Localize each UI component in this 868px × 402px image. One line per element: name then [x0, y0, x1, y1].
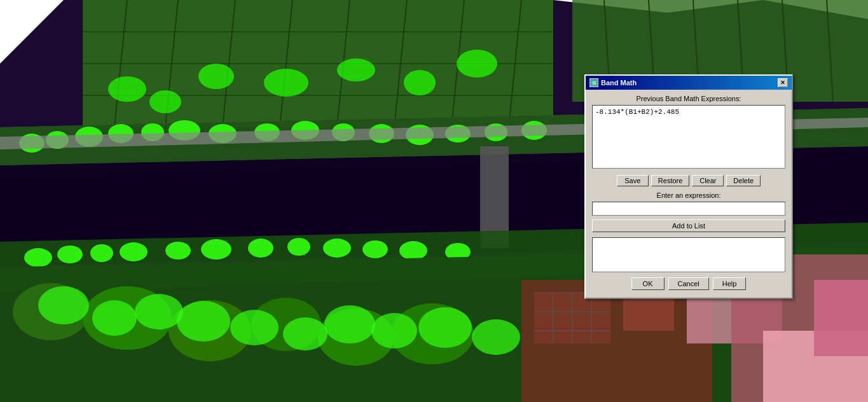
dialog-titlebar: ⊞ Band Math ✕	[586, 76, 792, 90]
bottom-buttons-row: OK Cancel Help	[592, 277, 785, 293]
add-to-list-button[interactable]: Add to List	[592, 219, 785, 232]
svg-point-49	[24, 248, 52, 267]
svg-point-55	[248, 239, 273, 258]
dialog-body: Previous Band Math Expressions: -8.134*(…	[586, 90, 792, 298]
svg-point-58	[362, 240, 388, 258]
dialog-title-icon: ⊞	[589, 78, 598, 87]
svg-point-24	[264, 69, 308, 97]
svg-point-57	[323, 239, 351, 258]
save-button[interactable]: Save	[617, 175, 649, 186]
previous-expressions-label: Previous Band Math Expressions:	[592, 95, 785, 102]
enter-expression-label: Enter an expression:	[592, 191, 785, 199]
svg-point-70	[135, 294, 183, 329]
svg-point-25	[337, 59, 375, 81]
expression-buttons-row: Save Restore Clear Delete	[592, 175, 785, 186]
svg-point-72	[230, 310, 279, 345]
help-button[interactable]: Help	[713, 277, 747, 290]
svg-point-75	[371, 313, 417, 349]
svg-point-73	[283, 317, 327, 350]
svg-point-51	[90, 244, 113, 262]
output-area	[592, 237, 785, 272]
svg-point-50	[57, 246, 83, 263]
svg-point-22	[149, 90, 181, 113]
svg-point-74	[324, 305, 375, 343]
svg-point-52	[120, 242, 148, 261]
svg-point-54	[201, 239, 231, 260]
svg-point-71	[177, 301, 230, 342]
cancel-button[interactable]: Cancel	[668, 277, 709, 290]
dialog-title: Band Math	[601, 79, 637, 87]
band-math-dialog: ⊞ Band Math ✕ Previous Band Math Express…	[584, 74, 793, 299]
ok-button[interactable]: OK	[631, 277, 665, 290]
svg-point-53	[165, 242, 191, 260]
svg-point-69	[92, 300, 137, 336]
svg-point-27	[457, 50, 497, 78]
svg-point-68	[38, 286, 89, 324]
delete-button[interactable]: Delete	[726, 175, 761, 186]
svg-point-76	[418, 307, 472, 348]
dialog-titlebar-left: ⊞ Band Math	[589, 78, 637, 87]
svg-point-23	[198, 64, 234, 89]
svg-point-26	[404, 70, 436, 95]
expression-input[interactable]	[592, 202, 785, 216]
svg-point-56	[287, 238, 310, 256]
clear-button[interactable]: Clear	[692, 175, 724, 186]
close-button[interactable]: ✕	[778, 78, 788, 87]
svg-rect-90	[814, 280, 868, 356]
svg-point-59	[399, 241, 427, 260]
previous-expressions-area[interactable]: -8.134*(B1+B2)+2.485	[592, 105, 785, 169]
svg-point-77	[472, 319, 520, 355]
restore-button[interactable]: Restore	[651, 175, 690, 186]
svg-point-21	[108, 76, 146, 102]
